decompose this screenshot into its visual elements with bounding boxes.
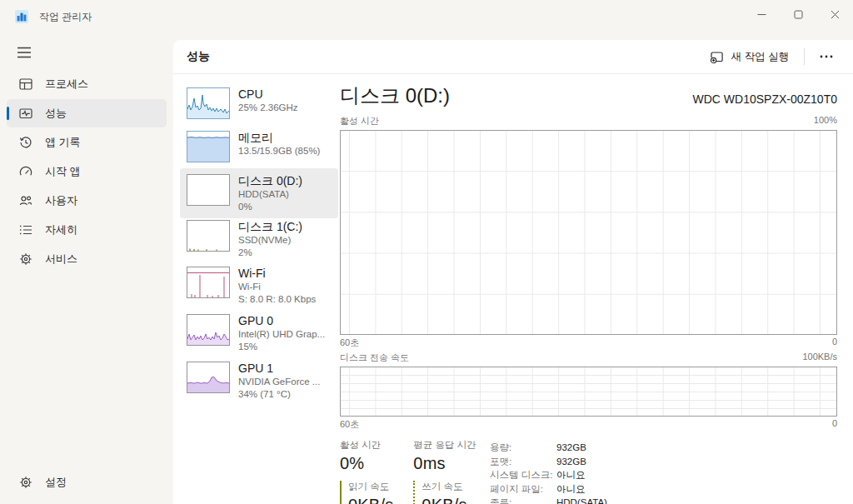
stat-capacity: 용량: 932GB: [490, 441, 607, 455]
stat-value: 0KB/s: [348, 496, 393, 504]
disk0-mini-chart: [187, 174, 230, 206]
active-time-chart-header: 활성 시간 100%: [340, 115, 837, 127]
sidebar-item-services[interactable]: 서비스: [7, 245, 167, 273]
stat-type: 종류: HDD(SATA): [490, 496, 607, 504]
perf-item-metric: 13.5/15.9GB (85%): [238, 145, 320, 157]
history-clock-icon: [18, 136, 32, 150]
sidebar-item-label: 성능: [45, 106, 67, 121]
perf-item-name: 디스크 0(D:): [238, 174, 302, 188]
perf-item-text: GPU 0 Intel(R) UHD Grap... 15%: [238, 314, 325, 352]
perf-item-memory[interactable]: 메모리 13.5/15.9GB (85%): [180, 125, 338, 168]
run-new-task-label: 새 작업 실행: [731, 50, 789, 64]
stat-label: 포맷:: [490, 455, 556, 469]
stat-label: 평균 응답 시간: [413, 439, 476, 452]
stat-label: 활성 시간: [340, 439, 393, 452]
window-controls: [743, 0, 853, 28]
task-manager-app-icon: [15, 10, 28, 23]
sidebar-item-label: 시작 앱: [45, 164, 81, 179]
more-options-button[interactable]: [813, 45, 840, 68]
perf-item-subtitle: HDD(SATA): [238, 188, 302, 201]
perf-item-metric: 34% (71 °C): [238, 388, 320, 401]
active-time-chart[interactable]: [340, 130, 837, 335]
stat-read-speed: 읽기 속도 0KB/s: [340, 481, 393, 504]
sidebar-item-settings[interactable]: 설정: [7, 468, 167, 497]
axis-right-label: 0: [832, 418, 837, 431]
transfer-rate-chart[interactable]: [340, 367, 837, 417]
active-time-chart-axis: 60초 0: [340, 337, 837, 349]
window-title: 작업 관리자: [39, 10, 92, 24]
sidebar-item-label: 자세히: [45, 222, 77, 237]
performance-icon: [18, 107, 32, 121]
perf-item-metric: 25% 2.36GHz: [238, 102, 298, 114]
header-actions: 새 작업 실행: [703, 45, 840, 69]
wifi-mini-chart: [187, 267, 230, 298]
processes-icon: [18, 77, 32, 92]
sidebar-nav: 프로세스 성능 앱 기록 시작 앱 사용자: [0, 70, 173, 274]
run-new-task-icon: [710, 50, 724, 64]
stat-value: 0KB/s: [422, 496, 476, 504]
perf-item-text: Wi-Fi Wi-Fi S: 8.0 R: 8.0 Kbps: [238, 267, 316, 305]
perf-item-text: 디스크 1(C:) SSD(NVMe) 2%: [238, 220, 302, 258]
sidebar: 프로세스 성능 앱 기록 시작 앱 사용자: [0, 33, 173, 504]
perf-item-subtitle: Wi-Fi: [238, 281, 316, 293]
stat-value: 932GB: [556, 455, 586, 469]
perf-item-name: 디스크 1(C:): [238, 220, 302, 234]
gpu0-mini-chart: [187, 314, 230, 346]
performance-sidebar-list: CPU 25% 2.36GHz 메모리 13.5/15.9GB (85%) 디스…: [180, 75, 340, 504]
sidebar-item-users[interactable]: 사용자: [7, 187, 167, 215]
perf-item-text: GPU 1 NVIDIA GeForce ... 34% (71 °C): [238, 362, 320, 400]
transfer-rate-chart-header: 디스크 전송 속도 100KB/s: [340, 352, 837, 364]
transfer-rate-chart-max: 100KB/s: [802, 352, 837, 364]
stat-write-speed: 쓰기 속도 0KB/s: [413, 481, 476, 504]
header-divider: [804, 48, 805, 65]
active-time-chart-label: 활성 시간: [340, 115, 379, 127]
sidebar-item-details[interactable]: 자세히: [7, 216, 167, 244]
perf-item-text: 메모리 13.5/15.9GB (85%): [238, 131, 320, 157]
stat-label: 용량:: [490, 441, 556, 455]
stat-value: HDD(SATA): [556, 496, 607, 504]
sidebar-item-label: 설정: [45, 475, 67, 490]
gpu1-mini-chart: [187, 362, 230, 393]
page-title: 성능: [187, 49, 210, 64]
sidebar-bottom: 설정: [0, 468, 173, 497]
transfer-rate-chart-axis: 60초 0: [340, 418, 837, 431]
perf-item-gpu1[interactable]: GPU 1 NVIDIA GeForce ... 34% (71 °C): [180, 356, 338, 406]
stat-label: 종류:: [490, 496, 556, 504]
speedometer-icon: [18, 165, 32, 179]
sidebar-item-startup-apps[interactable]: 시작 앱: [7, 157, 167, 186]
perf-item-disk0[interactable]: 디스크 0(D:) HDD(SATA) 0%: [180, 168, 338, 218]
sidebar-item-processes[interactable]: 프로세스: [7, 70, 167, 98]
main-panel: 성능 새 작업 실행: [173, 40, 853, 504]
perf-item-name: GPU 1: [238, 362, 320, 376]
perf-item-cpu[interactable]: CPU 25% 2.36GHz: [180, 82, 338, 125]
perf-item-disk1[interactable]: 디스크 1(C:) SSD(NVMe) 2%: [180, 214, 338, 264]
close-button[interactable]: [816, 0, 853, 28]
sidebar-item-label: 사용자: [45, 193, 77, 208]
perf-item-gpu0[interactable]: GPU 0 Intel(R) UHD Grap... 15%: [180, 308, 338, 358]
users-icon: [18, 194, 32, 208]
stat-value: 0ms: [413, 454, 476, 473]
active-time-chart-max: 100%: [814, 115, 837, 127]
perf-item-text: CPU 25% 2.36GHz: [238, 87, 298, 114]
settings-gear-icon: [18, 476, 32, 490]
perf-item-name: GPU 0: [238, 314, 325, 328]
sidebar-item-label: 프로세스: [45, 77, 88, 92]
perf-item-wifi[interactable]: Wi-Fi Wi-Fi S: 8.0 R: 8.0 Kbps: [180, 261, 338, 311]
sidebar-item-label: 앱 기록: [45, 135, 81, 150]
perf-item-metric: 0%: [238, 201, 302, 213]
run-new-task-button[interactable]: 새 작업 실행: [703, 45, 796, 69]
stat-value: 0%: [340, 454, 393, 473]
perf-item-name: CPU: [238, 87, 298, 102]
minimize-button[interactable]: [743, 0, 780, 28]
perf-item-metric: 15%: [238, 341, 325, 353]
sidebar-item-app-history[interactable]: 앱 기록: [7, 128, 167, 157]
maximize-button[interactable]: [780, 0, 816, 28]
hamburger-menu-button[interactable]: [8, 38, 40, 67]
stat-label: 시스템 디스크:: [490, 468, 556, 482]
axis-left-label: 60초: [340, 418, 359, 431]
stat-system-disk: 시스템 디스크: 아니요: [490, 468, 607, 482]
main-header: 성능 새 작업 실행: [173, 40, 853, 74]
stat-active-time: 활성 시간 0%: [340, 439, 393, 473]
axis-right-label: 0: [832, 337, 837, 349]
sidebar-item-performance[interactable]: 성능: [7, 99, 167, 127]
